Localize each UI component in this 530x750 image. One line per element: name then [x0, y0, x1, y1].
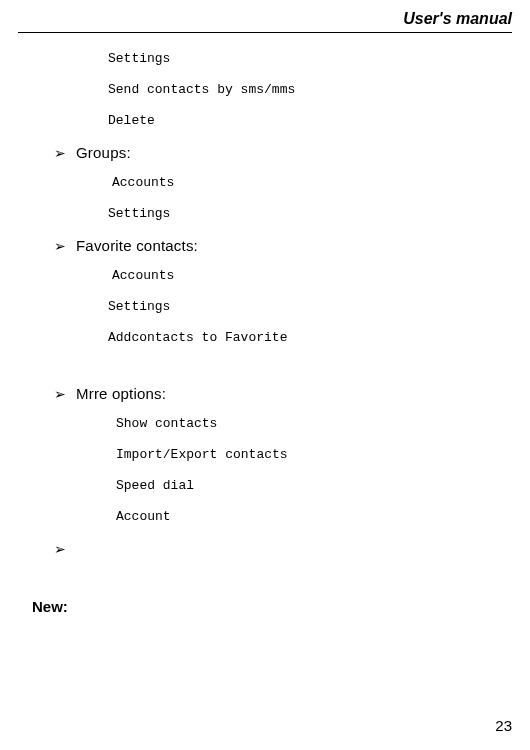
list-item: Import/Export contacts [116, 447, 512, 462]
section-more-options: ➢ Mrre options: Show contacts Import/Exp… [18, 385, 512, 524]
sub-items: Accounts Settings [112, 175, 512, 221]
page-number: 23 [495, 717, 512, 734]
section-head: ➢ Favorite contacts: [54, 237, 512, 254]
list-item: Account [116, 509, 512, 524]
chevron-right-icon: ➢ [54, 238, 76, 254]
section-head: ➢ Groups: [54, 144, 512, 161]
section-favorite-contacts: ➢ Favorite contacts: Accounts Settings A… [18, 237, 512, 345]
list-item: Show contacts [116, 416, 512, 431]
section-head: ➢ Mrre options: [54, 385, 512, 402]
new-heading: New: [32, 598, 512, 615]
list-item: Accounts [112, 268, 512, 283]
header-title: User's manual [18, 10, 512, 33]
pre-items: Settings Send contacts by sms/mms Delete [108, 51, 512, 128]
sub-items: Accounts Settings Addcontacts to Favorit… [112, 268, 512, 345]
list-item: Accounts [112, 175, 512, 190]
chevron-right-icon: ➢ [54, 145, 76, 161]
list-item: Addcontacts to Favorite [108, 330, 512, 345]
sub-items: Show contacts Import/Export contacts Spe… [116, 416, 512, 524]
page: User's manual Settings Send contacts by … [0, 0, 530, 750]
list-item: Delete [108, 113, 512, 128]
section-title: Favorite contacts: [76, 237, 198, 254]
list-item: Speed dial [116, 478, 512, 493]
section-title: Groups: [76, 144, 131, 161]
list-item: Settings [108, 299, 512, 314]
list-item: Send contacts by sms/mms [108, 82, 512, 97]
spacer [18, 361, 512, 385]
chevron-right-icon: ➢ [54, 541, 76, 557]
list-item: Settings [108, 51, 512, 66]
empty-bullet: ➢ [54, 540, 512, 558]
section-groups: ➢ Groups: Accounts Settings [18, 144, 512, 221]
chevron-right-icon: ➢ [54, 386, 76, 402]
section-title: Mrre options: [76, 385, 166, 402]
list-item: Settings [108, 206, 512, 221]
